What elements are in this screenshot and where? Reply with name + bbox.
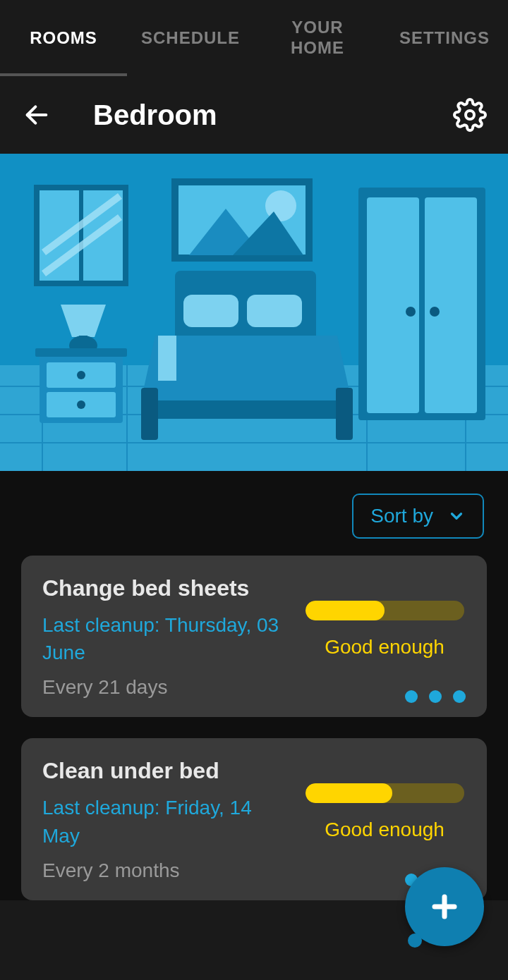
plus-icon bbox=[428, 890, 461, 924]
task-card[interactable]: Change bed sheets Last cleanup: Thursday… bbox=[21, 556, 487, 717]
arrow-left-icon bbox=[23, 101, 51, 129]
svg-rect-21 bbox=[367, 197, 419, 413]
task-status: Good enough bbox=[325, 819, 445, 841]
svg-rect-36 bbox=[247, 295, 302, 327]
gear-icon bbox=[453, 98, 487, 132]
add-task-fab[interactable] bbox=[405, 867, 484, 946]
svg-rect-39 bbox=[141, 388, 158, 440]
page-title: Bedroom bbox=[93, 99, 452, 131]
task-frequency: Every 21 days bbox=[42, 676, 289, 699]
svg-rect-19 bbox=[179, 255, 305, 258]
task-last-cleanup: Last cleanup: Thursday, 03 June bbox=[42, 611, 289, 666]
svg-rect-27 bbox=[79, 336, 87, 344]
progress-bar bbox=[306, 783, 464, 803]
sort-label: Sort by bbox=[370, 505, 433, 527]
svg-rect-29 bbox=[35, 348, 127, 357]
tab-rooms[interactable]: ROOMS bbox=[0, 28, 127, 49]
active-tab-indicator bbox=[0, 73, 127, 76]
svg-rect-40 bbox=[336, 388, 353, 440]
svg-point-23 bbox=[406, 307, 416, 317]
task-title: Clean under bed bbox=[42, 758, 289, 784]
task-card[interactable]: Clean under bed Last cleanup: Friday, 14… bbox=[21, 738, 487, 900]
svg-rect-37 bbox=[141, 400, 351, 419]
room-illustration bbox=[0, 154, 508, 471]
svg-point-33 bbox=[77, 400, 85, 409]
more-menu-button[interactable] bbox=[405, 690, 466, 703]
tab-your-home[interactable]: YOUR HOME bbox=[254, 18, 381, 59]
back-button[interactable] bbox=[20, 98, 54, 132]
header: Bedroom bbox=[0, 76, 508, 154]
svg-point-1 bbox=[466, 111, 474, 119]
svg-rect-35 bbox=[183, 295, 238, 327]
task-last-cleanup: Last cleanup: Friday, 14 May bbox=[42, 794, 289, 849]
content-area: Sort by Change bed sheets Last cleanup: … bbox=[0, 471, 508, 900]
svg-point-32 bbox=[77, 371, 85, 379]
dot-icon bbox=[453, 690, 466, 703]
progress-fill bbox=[306, 783, 393, 803]
progress-fill bbox=[306, 601, 385, 620]
tab-schedule[interactable]: SCHEDULE bbox=[127, 28, 254, 49]
tab-settings[interactable]: SETTINGS bbox=[381, 28, 508, 49]
task-title: Change bed sheets bbox=[42, 575, 289, 601]
sort-by-button[interactable]: Sort by bbox=[352, 494, 484, 539]
settings-button[interactable] bbox=[452, 97, 488, 133]
task-frequency: Every 2 months bbox=[42, 859, 289, 882]
dot-icon bbox=[429, 690, 442, 703]
dot-icon bbox=[405, 690, 418, 703]
svg-rect-22 bbox=[425, 197, 477, 413]
svg-point-24 bbox=[430, 307, 440, 317]
svg-marker-38 bbox=[158, 336, 176, 381]
chevron-down-icon bbox=[447, 507, 466, 525]
task-status: Good enough bbox=[325, 636, 445, 659]
tab-bar: ROOMS SCHEDULE YOUR HOME SETTINGS bbox=[0, 0, 508, 76]
progress-bar bbox=[306, 601, 464, 620]
